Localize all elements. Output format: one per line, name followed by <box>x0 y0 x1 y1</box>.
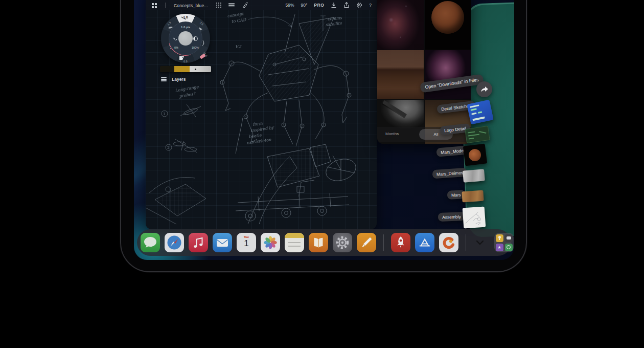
layers-label: Layers <box>172 77 186 82</box>
share-arrow-icon <box>480 86 489 93</box>
app-store-a-icon <box>415 233 434 252</box>
mini-tips-icon <box>496 234 503 242</box>
smoothing-icon <box>173 37 178 40</box>
layers-menu-icon[interactable] <box>161 77 167 81</box>
drag-thumb-mars-deimos[interactable] <box>463 169 485 183</box>
color-swatch-strip[interactable] <box>160 66 211 72</box>
svg-text:2: 2 <box>167 146 169 150</box>
concepts-toolbar: Concepts_blue... 59% 90° PRO <box>146 0 377 10</box>
dock-icon-rocket-app[interactable] <box>391 233 410 252</box>
probe-sketches <box>162 104 201 153</box>
color-puck[interactable] <box>178 31 193 46</box>
layers-row[interactable]: Layers <box>161 77 186 82</box>
precision-grid-icon[interactable] <box>216 3 221 8</box>
music-note-icon <box>189 233 208 252</box>
svg-text:probes?: probes? <box>178 91 197 99</box>
drag-thumb-mars-model[interactable] <box>463 144 487 166</box>
dock-icon-photos[interactable] <box>261 233 280 252</box>
layers-panel-icon[interactable] <box>228 3 235 8</box>
mini-camera-icon <box>505 234 513 242</box>
concepts-c-icon <box>439 233 458 252</box>
dock-icon-pages[interactable] <box>357 233 376 252</box>
dock-icon-mail[interactable] <box>213 233 232 252</box>
swatch-marker <box>195 69 196 70</box>
dock-divider <box>466 234 466 251</box>
svg-text:form: form <box>252 121 263 127</box>
rotation-value[interactable]: 90° <box>301 3 307 8</box>
fill-tool-icon[interactable] <box>179 56 184 60</box>
tool-wheel[interactable]: 1.6 1.3 3.5 6.9 14.5 1.6 pts <box>161 14 210 63</box>
chevron-down-icon <box>476 240 484 245</box>
concepts-window[interactable]: concept to CAD comms satellite V.2 Long-… <box>146 0 377 229</box>
help-button[interactable]: ? <box>369 3 372 8</box>
segment-months[interactable]: Months <box>385 132 399 136</box>
dock-icon-safari[interactable] <box>165 233 184 252</box>
svg-text:V.2: V.2 <box>235 45 242 49</box>
dock-icon-messages[interactable] <box>141 233 160 252</box>
pen-mode-icon[interactable] <box>242 2 248 8</box>
messages-bubble-icon <box>141 233 160 252</box>
mini-star-icon: ★ <box>496 244 503 251</box>
svg-text:Long-range: Long-range <box>175 84 200 93</box>
dock-icon-concepts[interactable] <box>439 233 458 252</box>
document-title[interactable]: Concepts_blue... <box>174 3 208 8</box>
swatch-black[interactable] <box>160 66 174 72</box>
share-arrow-button[interactable] <box>476 81 492 97</box>
notes-yellow-band <box>285 233 304 238</box>
tool-wheel-center[interactable]: 1.6 pts 0% 100% <box>169 21 202 55</box>
opacity-min: 0% <box>174 46 178 49</box>
settings-gear-glyph <box>333 233 352 252</box>
brush-size-label: 1.6 pts <box>169 26 202 29</box>
svg-text:to CAD: to CAD <box>231 17 247 24</box>
pro-badge[interactable]: PRO <box>314 3 324 8</box>
safari-compass-icon <box>165 233 184 252</box>
drag-item-label[interactable]: Assembly <box>438 212 465 222</box>
pages-pen-icon <box>357 233 376 252</box>
swatch-gold[interactable] <box>174 66 190 72</box>
dock-icon-settings[interactable] <box>333 233 352 252</box>
settings-gear-icon[interactable] <box>356 2 362 8</box>
rocket-icon <box>391 233 410 252</box>
photos-flower-icon <box>261 233 280 252</box>
drag-thumb-assembly[interactable] <box>463 207 486 229</box>
export-share-icon[interactable] <box>343 2 350 8</box>
mini-clock-icon <box>505 244 513 251</box>
zoom-level[interactable]: 59% <box>285 3 294 8</box>
books-open-book-icon <box>309 233 328 252</box>
dock-icon-calendar[interactable]: Tue 1 <box>237 233 256 252</box>
dock-app-library-tile[interactable]: ★ <box>494 233 514 252</box>
dock: Tue 1 <box>137 229 511 256</box>
toolbar-divider <box>165 3 166 8</box>
corner-machine-sketch <box>146 178 206 224</box>
photos-dim-overlay <box>377 0 471 144</box>
swatch-gray-gradient[interactable] <box>190 66 211 72</box>
dock-icon-books[interactable] <box>309 233 328 252</box>
svg-text:concept: concept <box>227 12 244 18</box>
dock-chevron-button[interactable] <box>473 233 487 252</box>
assembly-sketch-lines <box>463 207 486 229</box>
opacity-max: 100% <box>192 46 199 49</box>
calendar-day: 1 <box>237 238 256 249</box>
drag-thumb-mars[interactable] <box>462 190 484 203</box>
mech-sketch <box>220 14 351 146</box>
dock-icon-music[interactable] <box>189 233 208 252</box>
mail-envelope-icon <box>213 233 232 252</box>
svg-text:beetle: beetle <box>248 133 262 139</box>
dock-icon-notes[interactable] <box>285 233 304 252</box>
dock-icon-app-store[interactable] <box>415 233 434 252</box>
gallery-grid-icon[interactable] <box>152 3 157 8</box>
photos-window[interactable]: Months All <box>377 0 471 144</box>
svg-text:1: 1 <box>163 112 165 116</box>
import-icon[interactable] <box>331 2 337 8</box>
opacity-icon <box>193 36 198 41</box>
ipad-screen: concept to CAD comms satellite V.2 Long-… <box>134 0 514 260</box>
dock-divider <box>383 234 384 251</box>
